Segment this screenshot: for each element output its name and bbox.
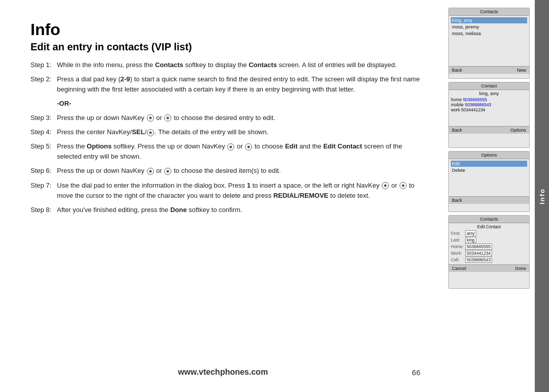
contact-detail-header: Contact	[449, 82, 529, 90]
contact-entry-highlighted: King, amy	[451, 17, 527, 23]
page-number: 66	[412, 368, 420, 377]
step-1-label: Step 1:	[30, 60, 57, 70]
step-2-text: Press a dial pad key (2-9) to start a qu…	[57, 74, 420, 95]
contact-detail-body: king, amy home 5036665555 mobile 5038888…	[449, 90, 529, 113]
edit-contact-body: Edit Contact First: amy Last: king Home:…	[449, 223, 529, 264]
first-value[interactable]: amy	[465, 230, 476, 236]
contact-entry-1: moss, jeremy	[451, 24, 527, 30]
contact-detail-screen: Contact king, amy home 5036665555 mobile…	[448, 82, 530, 148]
contacts-screen-header: Contacts	[449, 8, 529, 16]
section-title: Edit an entry in contacts (VIP list)	[30, 41, 420, 53]
step-7-text: Use the dial pad to enter the informatio…	[57, 180, 420, 201]
step-5-label: Step 5:	[30, 141, 57, 152]
cell-field: Cell: 5038886543	[451, 257, 527, 263]
work-value[interactable]: 5034441234	[465, 250, 492, 256]
or-line: -OR-	[57, 99, 420, 109]
info-tab-label: Info	[538, 180, 546, 212]
step-7-label: Step 7:	[30, 180, 57, 191]
home-field: Home: 5036665555	[451, 244, 527, 250]
back-button-1[interactable]: Back	[452, 68, 462, 73]
step-1-text: While in the info menu, press the Contac…	[57, 60, 420, 70]
last-value[interactable]: king	[465, 237, 476, 243]
options-screen-header: Options	[449, 152, 529, 159]
edit-contact-screen: Contacts Edit Contact First: amy Last: k…	[448, 215, 530, 289]
edit-contact-footer: Cancel Done	[449, 264, 529, 272]
step-8-row: Step 8: After you've finished editing, p…	[30, 205, 420, 215]
done-button[interactable]: Done	[515, 266, 526, 271]
work-label: Work:	[451, 251, 465, 256]
cell-label: Cell:	[451, 257, 465, 262]
work-field: Work: 5034441234	[451, 250, 527, 256]
last-name-field: Last: king	[451, 237, 527, 243]
step-4-row: Step 4: Press the center NavKey/SEL/. Th…	[30, 127, 420, 137]
contacts-screen-footer: Back New	[449, 66, 529, 74]
step-3-text: Press the up or down NavKey or to choose…	[57, 113, 420, 123]
contact-home: home 5036665555	[451, 97, 527, 102]
right-sidebar: Contacts King, amy moss, jeremy moss, me…	[446, 0, 535, 392]
contacts-screen-body: King, amy moss, jeremy moss, melissa	[449, 16, 529, 38]
step-6-label: Step 6:	[30, 166, 57, 176]
step-8-text: After you've finished editing, press the…	[57, 205, 420, 215]
cell-value[interactable]: 5038886543	[465, 257, 492, 263]
options-screen: Options Edit Delete Back	[448, 151, 530, 212]
home-value[interactable]: 5036665555	[465, 244, 492, 250]
edit-contact-header: Contacts	[449, 216, 529, 223]
back-button-2[interactable]: Back	[452, 128, 462, 133]
edit-contact-subheader: Edit Contact	[451, 224, 527, 229]
step-1-row: Step 1: While in the info menu, press th…	[30, 60, 420, 70]
step-2-label: Step 2:	[30, 74, 57, 84]
step-3-label: Step 3:	[30, 113, 57, 123]
contact-mobile: mobile 50388886543	[451, 102, 527, 107]
delete-option[interactable]: Delete	[451, 167, 527, 173]
first-name-field: First: amy	[451, 230, 527, 236]
step-7-row: Step 7: Use the dial pad to enter the in…	[30, 180, 420, 201]
step-3-row: Step 3: Press the up or down NavKey or t…	[30, 113, 420, 123]
cancel-button[interactable]: Cancel	[452, 266, 466, 271]
step-4-text: Press the center NavKey/SEL/. The detail…	[57, 127, 420, 137]
info-tab-container: Info	[535, 0, 549, 392]
contact-name: king, amy	[451, 91, 527, 96]
step-5-text: Press the Options softkey. Press the up …	[57, 141, 420, 162]
back-button-3[interactable]: Back	[452, 198, 462, 203]
first-label: First:	[451, 231, 465, 236]
step-8-label: Step 8:	[30, 205, 57, 215]
options-screen-body: Edit Delete	[449, 159, 529, 175]
website-url: www.vtechphones.com	[0, 368, 446, 377]
page-title: Info	[30, 20, 420, 39]
edit-option[interactable]: Edit	[451, 161, 527, 167]
contacts-screen: Contacts King, amy moss, jeremy moss, me…	[448, 8, 530, 79]
step-6-row: Step 6: Press the up or down NavKey or t…	[30, 166, 420, 176]
step-6-text: Press the up or down NavKey or to choose…	[57, 166, 420, 176]
contact-detail-footer: Back Options	[449, 126, 529, 134]
contact-entry-2: moss, melissa	[451, 31, 527, 37]
steps-container: Step 1: While in the info menu, press th…	[30, 60, 420, 215]
contact-work: work 5034441234	[451, 107, 527, 112]
step-5-row: Step 5: Press the Options softkey. Press…	[30, 141, 420, 162]
options-screen-footer: Back	[449, 196, 529, 204]
step-2-row: Step 2: Press a dial pad key (2-9) to st…	[30, 74, 420, 95]
new-button[interactable]: New	[517, 68, 526, 73]
step-4-label: Step 4:	[30, 127, 57, 137]
last-label: Last:	[451, 237, 465, 243]
options-button[interactable]: Options	[510, 128, 526, 133]
home-label: Home:	[451, 244, 465, 249]
main-content: Info Edit an entry in contacts (VIP list…	[0, 0, 446, 392]
